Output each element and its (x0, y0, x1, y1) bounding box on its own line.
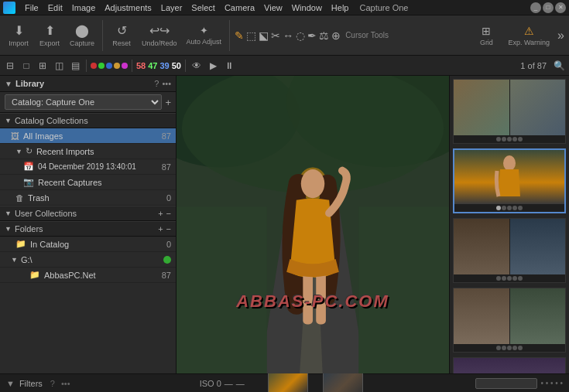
star-dot (518, 206, 523, 210)
undo-redo-icon: ↩↪ (149, 23, 170, 38)
menu-layer[interactable]: Layer (156, 0, 187, 15)
abbaspc-net-item[interactable]: 📁 AbbasPC.Net 87 (0, 268, 176, 283)
view-grid-icon[interactable]: ⊞ (36, 59, 50, 73)
menu-window[interactable]: Window (287, 0, 327, 15)
view-filmstrip-icon[interactable]: ▤ (68, 59, 82, 73)
filters-collapse-icon[interactable]: ▼ (6, 379, 15, 388)
page-info: 1 of 87 (520, 61, 547, 70)
folders-remove-button[interactable]: − (166, 224, 171, 233)
menu-select[interactable]: Select (187, 0, 220, 15)
star-dot (496, 276, 501, 281)
star-dot (512, 137, 517, 141)
play-icon[interactable]: ▶ (206, 59, 220, 73)
thumb-person-icon (494, 154, 525, 200)
cursor-tool-3[interactable]: ⬕ (259, 29, 269, 42)
more-tools-button[interactable]: » (557, 29, 564, 43)
star-dot (512, 276, 517, 281)
folders-arrow[interactable]: ▼ (5, 225, 12, 233)
svg-point-7 (301, 169, 324, 198)
trash-item[interactable]: 🗑 Trash 0 (0, 190, 176, 206)
catalog-dropdown[interactable]: Catalog: Capture One (5, 94, 162, 110)
menu-camera[interactable]: Camera (220, 0, 259, 15)
exp-warning-button[interactable]: ⚠ Exp. Warning (503, 23, 554, 48)
user-collections-remove-button[interactable]: − (166, 209, 171, 218)
cursor-tool-4[interactable]: ✂ (271, 29, 280, 42)
view-mode-icon[interactable]: ⊟ (3, 59, 17, 73)
svg-rect-4 (177, 206, 267, 373)
search-icon[interactable]: 🔍 (552, 59, 566, 73)
grid-button[interactable]: ⊞ Grid (472, 23, 500, 48)
filters-more-button[interactable]: ? (50, 379, 55, 388)
cursor-tool-5[interactable]: ↔ (283, 29, 293, 42)
star-dot (496, 137, 501, 141)
value-white: 50 (172, 61, 181, 70)
view-single-icon[interactable]: □ (19, 59, 33, 73)
export-button[interactable]: ⬆ Export (36, 22, 63, 49)
minimize-button[interactable]: _ (530, 2, 541, 13)
filmstrip-thumb-1[interactable] (453, 79, 566, 144)
folders-add-button[interactable]: + (158, 224, 163, 233)
cursor-tool-8[interactable]: ⚖ (319, 29, 329, 42)
reset-button[interactable]: ↺ Reset (108, 22, 135, 49)
import-button[interactable]: ⬇ Import (5, 22, 33, 49)
cursor-tool-1[interactable]: ✎ (235, 29, 244, 42)
library-collapse-icon[interactable]: ▼ (5, 80, 12, 88)
filmstrip-thumb-3[interactable] (453, 218, 566, 283)
menu-help[interactable]: Help (327, 0, 354, 15)
menu-image[interactable]: Image (67, 0, 101, 15)
recent-captures-item[interactable]: 📷 Recent Captures (0, 175, 176, 190)
cursor-tool-6[interactable]: ◌ (296, 29, 305, 42)
watermark: ABBAS-PC.COM (236, 291, 389, 312)
library-help-button[interactable]: ? (154, 79, 159, 88)
catalog-collections-arrow[interactable]: ▼ (5, 117, 12, 124)
maximize-button[interactable]: □ (543, 2, 554, 13)
star-dot (518, 276, 523, 281)
cursor-tool-9[interactable]: ⊕ (331, 29, 341, 42)
app-title: Capture One (359, 3, 408, 12)
menu-adjustments[interactable]: Adjustments (100, 0, 156, 15)
all-images-label: All Images (23, 131, 162, 141)
g-drive-item[interactable]: ▼ G:\ (0, 252, 176, 268)
main-content: ▼ Library ? ••• Catalog: Capture One + ▼… (0, 76, 569, 373)
tag-purple[interactable] (122, 63, 128, 69)
star-dot (518, 137, 523, 141)
value-blue: 39 (160, 61, 170, 70)
folders-actions: + − (158, 224, 171, 233)
loupe-icon[interactable]: 👁 (190, 59, 204, 73)
menu-edit[interactable]: Edit (43, 0, 67, 15)
value-green: 47 (148, 61, 157, 70)
library-more-button[interactable]: ••• (162, 79, 171, 88)
progress-bar (475, 378, 537, 389)
pause-icon[interactable]: ⏸ (222, 59, 236, 73)
filters-settings-button[interactable]: ••• (61, 379, 70, 388)
cursor-tools-label: Cursor Tools (345, 31, 389, 39)
filmstrip-thumb-2-selected[interactable] (453, 148, 566, 213)
menu-view[interactable]: View (259, 0, 287, 15)
catalog-add-button[interactable]: + (165, 97, 171, 108)
cursor-tool-7[interactable]: ✒ (307, 29, 317, 42)
left-panel: ▼ Library ? ••• Catalog: Capture One + ▼… (0, 76, 177, 373)
status-dots: • • • • • (540, 379, 563, 387)
all-images-item[interactable]: 🖼 All Images 87 (0, 128, 176, 144)
menu-file[interactable]: File (20, 0, 43, 15)
tag-red[interactable] (91, 63, 97, 69)
view-compare-icon[interactable]: ◫ (52, 59, 66, 73)
tag-blue[interactable] (106, 63, 112, 69)
status-right: • • • • • (427, 378, 563, 389)
tag-yellow[interactable] (114, 63, 120, 69)
filmstrip-thumb-5[interactable] (453, 357, 566, 373)
import-date-item[interactable]: 📅 04 December 2019 13:40:01 87 (0, 159, 176, 175)
close-button[interactable]: ✕ (555, 2, 566, 13)
user-collections-add-button[interactable]: + (158, 209, 163, 218)
tag-green[interactable] (98, 63, 105, 69)
in-catalog-item[interactable]: 📁 In Catalog 0 (0, 237, 176, 252)
user-collections-arrow[interactable]: ▼ (5, 210, 12, 217)
cursor-tool-2[interactable]: ⬚ (246, 29, 256, 42)
auto-adjust-button[interactable]: ✦ Auto Adjust (183, 23, 225, 47)
svg-rect-5 (358, 206, 449, 373)
recent-imports-item[interactable]: ▼ ↻ Recent Imports (0, 144, 176, 159)
filmstrip-thumb-4[interactable] (453, 288, 566, 353)
undo-redo-button[interactable]: ↩↪ Undo/Redo (139, 22, 180, 49)
reset-icon: ↺ (117, 23, 127, 38)
capture-button[interactable]: ⬤ Capture (67, 22, 98, 49)
